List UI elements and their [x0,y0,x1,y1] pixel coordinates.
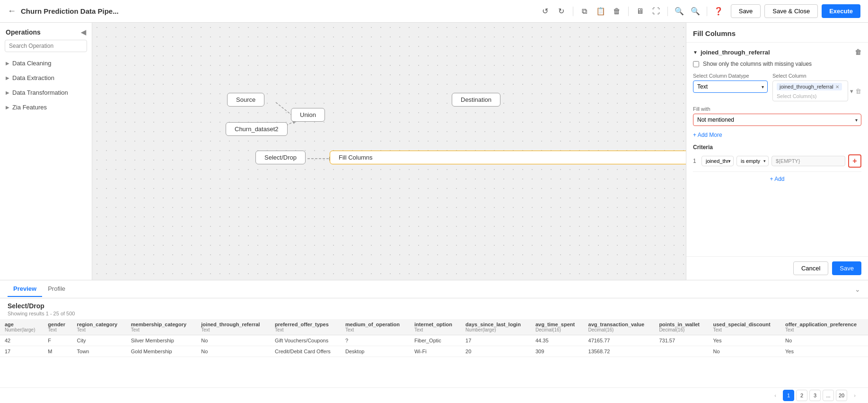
chevron-right-icon: ▶ [6,90,9,95]
criteria-condition-select-wrap: is empty is not empty equals not equals [736,156,769,166]
section-header: ▼ joined_through_referral 🗑 [693,48,861,56]
tab-profile[interactable]: Profile [42,281,71,297]
column-dropdown-arrow[interactable]: ▾ [850,88,853,95]
sidebar-header: Operations ◀ [0,23,92,40]
criteria-add-button[interactable]: + [848,154,861,168]
next-page-button[interactable]: › [849,390,860,401]
panel-footer: Cancel Save [686,256,868,280]
sidebar-item-data-cleaning[interactable]: ▶ Data Cleaning [0,56,92,71]
col-days: days_since_last_loginNumber(large) [461,319,531,335]
form-group-datatype: Select Column Datatype Text Number Decim… [693,73,768,101]
missing-values-checkbox[interactable] [693,61,699,67]
sidebar-item-label: Data Transformation [12,89,68,96]
delete-section-button[interactable]: 🗑 [855,48,861,56]
toolbar-sep-1 [573,7,573,16]
form-row-datatype-column: Select Column Datatype Text Number Decim… [693,73,861,101]
toolbar-sep-3 [667,7,668,16]
fill-with-select[interactable]: Not mentioned N/A Unknown Custom [693,114,861,126]
column-trash-button[interactable]: 🗑 [855,88,861,95]
table-subtitle: Showing results 1 - 25 of 500 [0,311,868,319]
page-1-button[interactable]: 1 [783,390,794,401]
expand-button[interactable]: ⌄ [855,286,860,293]
table-cell: F [43,335,72,346]
table-cell: 13568.72 [584,346,655,357]
page-2-button[interactable]: 2 [796,390,807,401]
sidebar-item-label: Data Extraction [12,74,54,81]
node-select-drop[interactable]: Select/Drop [255,151,306,164]
monitor-icon[interactable]: 🖥 [633,5,647,18]
datatype-select-wrap: Text Number Decimal Date Boolean [693,81,768,93]
sidebar-item-data-transformation[interactable]: ▶ Data Transformation [0,85,92,100]
copy-icon[interactable]: ⧉ [578,5,591,18]
datatype-select[interactable]: Text Number Decimal Date Boolean [693,81,768,93]
clipboard-icon[interactable]: 📋 [594,5,607,18]
column-tag-row: joined_through_referral ✕ Select Column(… [772,81,861,101]
node-source[interactable]: Source [227,93,264,107]
prev-page-button[interactable]: ‹ [770,390,781,401]
table-cell: No [780,335,868,346]
col-age: ageNumber(large) [0,319,43,335]
tag-close-button[interactable]: ✕ [835,84,839,90]
criteria-condition-select[interactable]: is empty is not empty equals not equals [736,156,769,166]
table-row: 17MTownGold MembershipNoCredit/Debit Car… [0,346,868,357]
node-fill-columns[interactable]: Fill Columns [330,151,686,164]
undo-icon[interactable]: ↺ [539,5,552,18]
toolbar: ↺ ↻ ⧉ 📋 🗑 🖥 ⛶ 🔍 🔍 ❓ [539,5,725,18]
table-row: 42FCitySilver MembershipNoGift Vouchers/… [0,335,868,346]
col-avg-time: avg_time_spentDecimal(16) [531,319,584,335]
bottom-tabs: Preview Profile ⌄ [0,280,868,298]
pagination: ‹ 1 2 3 ... 20 › [0,387,868,403]
redo-icon[interactable]: ↻ [555,5,568,18]
zoom-out-icon[interactable]: 🔍 [689,5,702,18]
sidebar-item-data-extraction[interactable]: ▶ Data Extraction [0,71,92,85]
table-cell: Yes [709,335,781,346]
sidebar-search-wrap [0,40,92,56]
table-cell: Yes [780,346,868,357]
back-button[interactable]: ← [8,6,16,16]
node-churn[interactable]: Churn_dataset2 [226,122,288,136]
execute-button[interactable]: Execute [822,4,860,18]
save-button[interactable]: Save [731,4,761,18]
fill-with-select-wrap: Not mentioned N/A Unknown Custom [693,114,861,126]
criteria-row-1: 1 joined_throu... is empty is not empty … [693,154,861,168]
col-membership: membership_categoryText [126,319,197,335]
cancel-button[interactable]: Cancel [793,261,828,275]
table-title: Select/Drop [0,298,868,311]
table-cell: ? [341,335,410,346]
add-condition-button[interactable]: + Add [693,171,861,186]
table-cell: 42 [0,335,43,346]
table-cell: M [43,346,72,357]
column-tag-box[interactable]: joined_through_referral ✕ Select Column(… [772,81,848,101]
delete-icon[interactable]: 🗑 [610,5,623,18]
table-cell: 20 [461,346,531,357]
help-icon[interactable]: ❓ [712,5,725,18]
table-cell: No [196,335,270,346]
sidebar-collapse-button[interactable]: ◀ [81,28,86,36]
page-20-button[interactable]: 20 [836,390,847,401]
panel-body: ▼ joined_through_referral 🗑 Show only th… [686,43,868,256]
sidebar-item-zia-features[interactable]: ▶ Zia Features [0,100,92,115]
canvas-area[interactable]: Source Union Churn_dataset2 Destination … [92,23,686,280]
criteria-col-select[interactable]: joined_throu... [701,156,734,166]
table-cell: Desktop [341,346,410,357]
expand-icon[interactable]: ⛶ [649,5,663,18]
column-select-label: Select Column [772,73,861,79]
page-3-button[interactable]: 3 [809,390,821,401]
save-close-button[interactable]: Save & Close [764,4,818,18]
toolbar-sep-2 [628,7,629,16]
chevron-right-icon: ▶ [6,61,9,66]
table-cell: Town [72,346,126,357]
section-label: joined_through_referral [701,49,770,56]
table-cell: Silver Membership [126,335,197,346]
node-union[interactable]: Union [291,108,325,122]
panel-save-button[interactable]: Save [832,261,861,275]
add-more-button[interactable]: + Add More [693,132,861,138]
tab-preview[interactable]: Preview [8,281,42,297]
table-cell: City [72,335,126,346]
node-destination[interactable]: Destination [452,93,500,107]
col-used-discount: used_special_discountText [709,319,781,335]
fill-with-label: Fill with [693,106,861,112]
criteria-value-input[interactable] [772,156,845,166]
search-input[interactable] [5,40,87,52]
zoom-in-icon[interactable]: 🔍 [673,5,686,18]
